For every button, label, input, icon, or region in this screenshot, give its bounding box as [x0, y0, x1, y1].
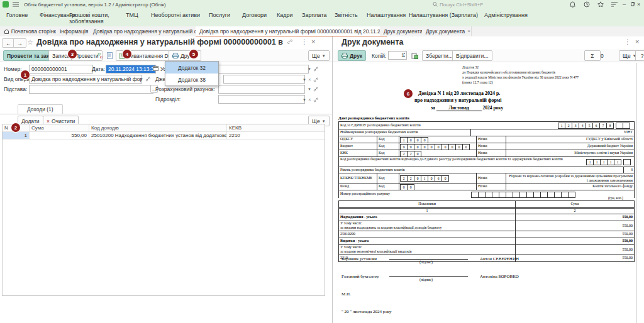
income-table-row[interactable]: 1 550,00 25010200 Надходження бюджетних … — [3, 132, 325, 140]
number-field[interactable]: 000000000001 — [29, 65, 93, 74]
department-label: Підрозділ: — [155, 96, 180, 102]
totals-row-value: 550,00 — [516, 238, 634, 244]
history-icon[interactable] — [584, 1, 590, 8]
edrpou-label: Код за ЄДРПОУ розпорядника бюджетних кош… — [339, 122, 557, 129]
close-window-button[interactable]: × — [637, 1, 640, 8]
signature-name-1: Антон СЕВЕРЕНИН — [480, 256, 519, 261]
functions-menu-icon[interactable] — [611, 2, 618, 7]
form-more-button[interactable]: Ще▼ — [308, 50, 330, 61]
menu-nalashtuvannia[interactable]: Налаштування — [367, 12, 406, 18]
nav-forward-button[interactable]: → — [13, 38, 26, 48]
nazva-label: Назва — [477, 150, 506, 156]
funding-source-field[interactable] — [223, 75, 305, 84]
row-kekv-cell[interactable]: 2210 — [227, 132, 325, 139]
document-structure-icon[interactable] — [105, 50, 114, 61]
more-menu-icon[interactable]: ⋮ — [301, 38, 308, 45]
tab-incomes[interactable]: Доходи (1) — [18, 104, 63, 114]
menu-zvitnist[interactable]: Звітність — [335, 12, 358, 18]
fund-value: Кошти загального фонду — [506, 183, 634, 190]
menu-hroshovi-koshty[interactable]: Грошові кошти, зобов'язання — [69, 12, 118, 25]
date-field[interactable]: 20.11.2024 13:13:39 — [106, 65, 156, 74]
clear-x-icon[interactable]: × — [308, 97, 311, 102]
totals-row-value: 550,00 — [516, 231, 634, 238]
totals-row-value: 550,00 — [516, 221, 634, 231]
print-button[interactable]: Друк — [338, 50, 366, 61]
row-code-cell[interactable]: 25010200 Надходження бюджетних установ в… — [89, 132, 227, 139]
open-link-icon[interactable] — [313, 97, 318, 102]
send-button[interactable]: Відправити... — [452, 50, 492, 61]
favorites-star-icon[interactable] — [597, 1, 604, 8]
stepper-arrows-icon[interactable]: ▲▼ — [403, 52, 406, 58]
close-panel-button[interactable]: × — [635, 38, 639, 45]
row-number-cell[interactable]: 1 — [3, 132, 30, 139]
print-panel-title: Друк документа — [341, 38, 404, 47]
menu-holovne[interactable]: Головне — [6, 12, 28, 18]
main-menu-icon[interactable] — [13, 2, 19, 7]
budget-label: Бюджет — [339, 143, 377, 150]
code-label: Код — [377, 150, 399, 156]
basis-field[interactable] — [29, 85, 153, 94]
menu-zarplata[interactable]: Зарплата — [302, 12, 326, 18]
chevron-down-icon[interactable]: ▼ — [303, 98, 306, 102]
tab-dovidka-document[interactable]: Довідка про надходження у натуральній фо… — [196, 26, 387, 37]
printer-settings-icon[interactable] — [409, 50, 420, 61]
chevron-down-icon[interactable]: ▼ — [308, 87, 311, 91]
menu-kadry[interactable]: Кадри — [277, 12, 293, 18]
col-kekv[interactable]: КЕКВ — [227, 124, 325, 131]
account-controls[interactable]: ▼ — [308, 87, 318, 92]
global-search[interactable]: Пошук Ctrl+Shift+F — [433, 1, 527, 8]
sum-sigma-button[interactable]: Σ — [584, 50, 601, 61]
department-field[interactable] — [218, 95, 305, 104]
get-link-icon[interactable] — [287, 39, 293, 45]
menu-tmc[interactable]: ТМЦ — [126, 12, 138, 18]
maximize-button[interactable] — [630, 2, 635, 6]
close-form-button[interactable]: × — [311, 38, 315, 45]
menu-posluhy[interactable]: Послуги — [209, 12, 230, 18]
preview-scrollbar[interactable] — [636, 63, 637, 323]
tab-dovidka-list[interactable]: Довідка про надходження у натуральній фо… — [89, 26, 203, 36]
tab-close-icon[interactable]: × — [467, 28, 470, 34]
sum-value: 0 — [601, 53, 604, 59]
menu-dohovory[interactable]: Договори — [242, 12, 267, 18]
currency-note: (грн, коп.) — [608, 196, 623, 200]
menu-item-dodatok-38[interactable]: Додаток 38 — [165, 74, 218, 85]
menu-neoborotni[interactable]: Необоротні активи — [151, 12, 200, 18]
org-field-controls[interactable]: ▼ — [308, 67, 318, 72]
open-link-icon[interactable] — [313, 67, 318, 72]
minimize-button[interactable]: – — [623, 2, 626, 7]
chevron-down-icon[interactable]: ▼ — [308, 67, 311, 71]
calendar-icon[interactable] — [153, 65, 158, 71]
chevron-down-icon[interactable]: ▼ — [140, 77, 143, 81]
account-field[interactable] — [218, 85, 305, 94]
col-suma[interactable]: Сума — [30, 124, 89, 131]
open-link-icon[interactable] — [313, 87, 318, 92]
funding-source-controls[interactable]: ▼× — [303, 77, 318, 82]
col-kod-dokhodiv[interactable]: Код доходів — [89, 124, 227, 131]
more-menu-icon[interactable]: ⋮ — [625, 38, 631, 45]
menu-item-dodatok-32[interactable]: Додаток 32 — [165, 62, 218, 74]
app-icon[interactable] — [3, 1, 9, 8]
operation-type-field[interactable]: Довідка про надходження у натуральній фо… — [29, 75, 142, 84]
totals-col1-header: Показники — [339, 201, 516, 207]
department-controls[interactable]: ▼× — [303, 97, 318, 102]
edrpou-empty-boxes — [615, 122, 634, 129]
save-file-button[interactable]: Зберегти... — [422, 50, 457, 61]
help-button[interactable]: ? — [635, 50, 644, 61]
tab-druk-dokumenta-2[interactable]: Друк документа× — [422, 26, 472, 36]
totals-row-value: 550,00 — [516, 245, 634, 255]
tab-home[interactable]: Початкова сторінка — [0, 26, 64, 36]
row-sum-cell[interactable]: 550,00 — [30, 132, 89, 139]
kvk-digit-boxes: 220 — [399, 150, 477, 156]
open-link-icon[interactable] — [145, 77, 150, 82]
chevron-down-icon[interactable]: ▼ — [303, 78, 306, 82]
menu-administruvannia[interactable]: Адміністрування — [484, 12, 528, 18]
operation-type-controls[interactable]: ▼ — [140, 77, 150, 82]
menu-nalashtuvannia-zarplata[interactable]: Налаштування (Зарплата) — [409, 12, 478, 18]
totals-col2-header: Сума — [516, 201, 634, 207]
budget-value: Державний бюджет України — [506, 143, 634, 150]
clear-x-icon[interactable]: × — [308, 77, 311, 82]
favorite-star-icon[interactable]: ☆ — [27, 38, 33, 47]
kvk-label: КВК — [339, 150, 377, 156]
notifications-bell-icon[interactable] — [570, 1, 575, 8]
open-link-icon[interactable] — [313, 77, 318, 82]
